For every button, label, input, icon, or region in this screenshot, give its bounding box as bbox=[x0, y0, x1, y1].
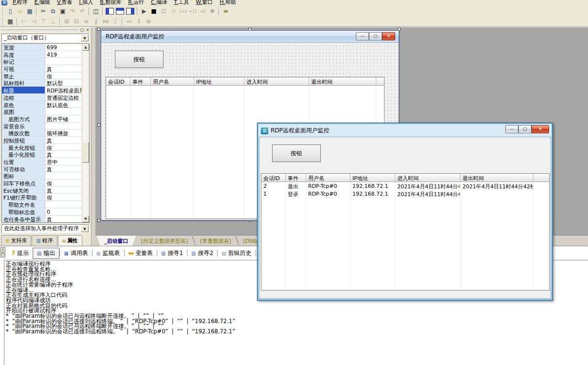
scroll-up-icon[interactable]: ▲ bbox=[82, 44, 89, 51]
tab-clip-history[interactable]: ▤剪辑历史 bbox=[218, 248, 255, 258]
menu-view[interactable]: V.查看 bbox=[54, 0, 76, 6]
align-bottom-icon[interactable]: ⊥ bbox=[48, 17, 58, 26]
column-header[interactable]: 进入时间 bbox=[395, 174, 460, 182]
column-header[interactable]: 用户名 bbox=[306, 174, 350, 182]
center-horizontal-icon[interactable]: ⊞ bbox=[62, 17, 72, 26]
tab-startup-window[interactable]: _启动窗口 bbox=[96, 236, 136, 246]
panel-header[interactable]: □ × bbox=[0, 27, 91, 33]
property-value[interactable]: 真 bbox=[45, 216, 82, 222]
menu-edit[interactable]: E.编辑 bbox=[31, 0, 53, 6]
property-row[interactable]: 帮助文件名 bbox=[2, 201, 82, 208]
property-value[interactable] bbox=[45, 201, 82, 208]
column-header[interactable]: 会话ID bbox=[261, 174, 286, 182]
tab-variable-table[interactable]: ◆◆变量表 bbox=[125, 248, 157, 258]
panel-float-icon[interactable]: □ bbox=[0, 253, 5, 257]
tab-custom-datatype-table[interactable]: [自定义数据类型表] bbox=[136, 236, 193, 246]
undo-icon[interactable]: ↶ bbox=[77, 7, 87, 16]
fit-vertical-icon[interactable]: Ξ bbox=[110, 17, 120, 26]
open-icon[interactable]: ▱ bbox=[15, 7, 25, 16]
panel-close-icon[interactable]: × bbox=[0, 247, 5, 252]
property-value[interactable]: 假 bbox=[45, 73, 82, 79]
space-vertical-icon[interactable]: ∥ bbox=[91, 17, 101, 26]
maximize-button[interactable]: ▢ bbox=[369, 32, 382, 40]
designer-title-bar[interactable]: RDP远程桌面用户监控 — ▢ ✕ bbox=[101, 31, 399, 43]
property-value[interactable]: RDP远程桌面用户监控 bbox=[45, 87, 82, 93]
column-header[interactable]: 事件 bbox=[130, 77, 151, 85]
property-value[interactable]: 真 bbox=[45, 151, 82, 158]
new-icon[interactable]: ▯ bbox=[5, 7, 15, 16]
property-value[interactable]: 假 bbox=[45, 144, 82, 151]
property-row[interactable]: 图标 bbox=[2, 172, 82, 180]
menu-tools[interactable]: T.工具 bbox=[170, 0, 192, 6]
align-right-icon[interactable]: ⊣ bbox=[29, 17, 38, 26]
align-top-icon[interactable]: ⊤ bbox=[38, 17, 48, 26]
property-row[interactable]: 背景音乐 bbox=[2, 123, 82, 130]
scroll-down-icon[interactable]: ▼ bbox=[82, 216, 89, 222]
panel-float-icon[interactable]: □ bbox=[80, 28, 85, 33]
minimize-button[interactable]: — bbox=[356, 32, 369, 40]
property-value[interactable]: 普通固定边框 bbox=[45, 94, 82, 101]
property-row[interactable]: 底色默认底色 bbox=[2, 101, 82, 109]
pause-icon[interactable]: ✱ bbox=[207, 7, 217, 16]
property-row[interactable]: 高度419 bbox=[2, 51, 82, 58]
column-header[interactable]: 退出时间 bbox=[460, 174, 533, 182]
selection-handle[interactable] bbox=[97, 28, 100, 31]
property-row[interactable]: 帮助标志值0 bbox=[2, 208, 82, 216]
copy-icon[interactable]: ⧉ bbox=[48, 7, 58, 16]
property-value[interactable] bbox=[45, 108, 82, 115]
toolbar-grip[interactable] bbox=[1, 7, 3, 15]
property-value[interactable]: 图片平铺 bbox=[45, 115, 82, 122]
tab-hints[interactable]: ?提示 bbox=[8, 248, 33, 258]
property-value[interactable]: 真 bbox=[45, 137, 82, 144]
property-value[interactable]: 假 bbox=[45, 180, 82, 186]
column-header[interactable]: 进入时间 bbox=[244, 77, 309, 85]
scrollbar-thumb[interactable] bbox=[82, 142, 89, 163]
property-row[interactable]: 禁止假 bbox=[2, 73, 82, 80]
same-size-icon[interactable]: ⊕ bbox=[144, 17, 153, 26]
property-row[interactable]: 边框普通固定边框 bbox=[2, 94, 82, 101]
property-row[interactable]: 底图 bbox=[2, 108, 82, 115]
chevron-down-icon[interactable]: ▼ bbox=[81, 225, 89, 232]
panel-close-icon[interactable]: × bbox=[85, 28, 90, 33]
maximize-button[interactable]: ▢ bbox=[518, 125, 532, 133]
property-value[interactable]: 循环播放 bbox=[45, 129, 82, 136]
tab-constant-table[interactable]: [常量数据表] bbox=[195, 236, 236, 246]
step-into-icon[interactable]: {} bbox=[168, 7, 178, 16]
property-value[interactable]: 真 bbox=[45, 165, 82, 172]
menu-database[interactable]: B.数据库 bbox=[96, 0, 125, 6]
property-value[interactable]: 假 bbox=[45, 194, 82, 201]
paste-icon[interactable]: ▣ bbox=[58, 7, 68, 16]
run-icon[interactable]: ▶ bbox=[139, 7, 149, 16]
chevron-down-icon[interactable]: ▼ bbox=[81, 35, 89, 41]
property-value[interactable]: 真 bbox=[45, 65, 82, 72]
same-height-icon[interactable]: ↕ bbox=[134, 17, 144, 26]
menu-run[interactable]: R.运行 bbox=[125, 0, 147, 6]
column-header[interactable]: IP地址 bbox=[350, 174, 395, 182]
close-button[interactable]: ✕ bbox=[382, 32, 395, 40]
tab-properties[interactable]: ⌂属性 bbox=[58, 235, 82, 246]
center-vertical-icon[interactable]: ⊟ bbox=[72, 17, 81, 26]
fit-horizontal-icon[interactable]: ⋈ bbox=[101, 17, 110, 26]
column-header[interactable]: 退出时间 bbox=[309, 77, 376, 85]
runtime-button[interactable]: 按钮 bbox=[272, 145, 321, 162]
property-row[interactable]: 控制按钮真 bbox=[2, 137, 82, 144]
find-icon[interactable]: ∞ bbox=[221, 7, 231, 16]
property-row[interactable]: 在任务条中显示真 bbox=[2, 216, 82, 223]
menu-insert[interactable]: I.插入 bbox=[75, 0, 96, 6]
property-value[interactable]: 699 bbox=[45, 44, 82, 51]
cut-icon[interactable]: ✂ bbox=[38, 7, 48, 16]
property-value[interactable]: 0 bbox=[45, 208, 82, 215]
tab-call-table[interactable]: ▦调用表 bbox=[60, 248, 92, 258]
property-value[interactable]: 居中 bbox=[45, 158, 82, 165]
selection-handle[interactable] bbox=[97, 219, 100, 222]
property-value[interactable]: 真 bbox=[45, 187, 82, 194]
event-handler-selector[interactable]: 在此处选择加入事件处理子程序 ▼ bbox=[1, 224, 90, 233]
space-horizontal-icon[interactable]: ≡ bbox=[81, 17, 91, 26]
tab-output[interactable]: ▤输出 bbox=[33, 248, 59, 259]
property-row[interactable]: 底图方式图片平铺 bbox=[2, 115, 82, 123]
run-to-cursor-icon[interactable]: +() bbox=[198, 7, 207, 16]
preview-icon[interactable]: ◫ bbox=[91, 7, 101, 16]
property-value[interactable]: 419 bbox=[45, 51, 82, 58]
stop-icon[interactable]: ■ bbox=[149, 7, 159, 16]
property-row[interactable]: 位置居中 bbox=[2, 158, 82, 165]
